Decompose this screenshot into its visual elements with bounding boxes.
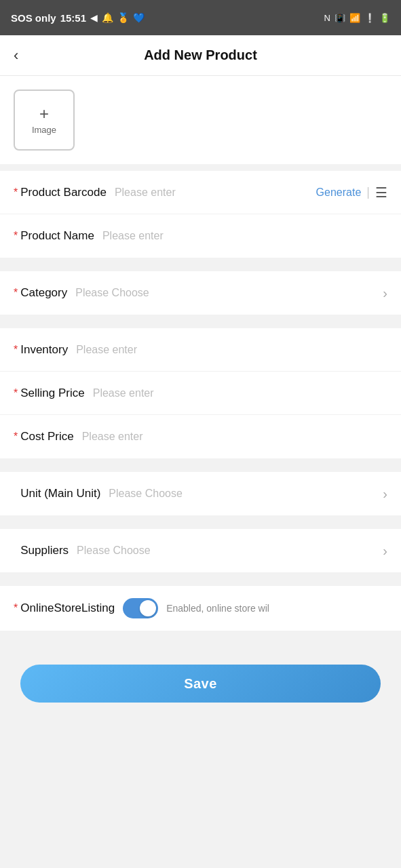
online-store-label: OnlineStoreListing	[20, 601, 115, 615]
cost-price-label: Cost Price	[20, 430, 73, 443]
emoji-icon2: 💙	[133, 12, 145, 23]
gap4	[0, 522, 401, 529]
inventory-label: Inventory	[20, 343, 68, 357]
barcode-label-group: * Product Barcode	[14, 186, 107, 199]
gap5	[0, 579, 401, 586]
image-section: + Image	[0, 76, 401, 164]
inventory-row: * Inventory	[0, 328, 401, 372]
name-label: Product Name	[20, 229, 94, 243]
suppliers-input[interactable]	[69, 545, 383, 557]
barcode-divider: |	[366, 185, 370, 199]
emoji-icon1: 🏅	[117, 12, 129, 23]
cost-price-input[interactable]	[74, 431, 387, 443]
status-time: 15:51	[60, 12, 86, 24]
inventory-input[interactable]	[68, 344, 387, 356]
suppliers-chevron-icon: ›	[383, 543, 387, 559]
barcode-required: *	[14, 186, 18, 199]
gap7	[0, 644, 401, 651]
battery-icon: 🔋	[379, 13, 390, 23]
online-required: *	[14, 602, 18, 614]
selling-price-row: * Selling Price	[0, 372, 401, 415]
nav-icon: ◀	[90, 12, 98, 23]
status-carrier-time: SOS only	[11, 12, 56, 24]
form-section-top: * Product Barcode Generate | ☰ * Product…	[0, 171, 401, 258]
selling-price-required: *	[14, 387, 18, 399]
unit-row[interactable]: * Unit (Main Unit) ›	[0, 472, 401, 515]
gap1	[0, 264, 401, 271]
suppliers-label: Suppliers	[20, 544, 69, 557]
header: ‹ Add New Product	[0, 35, 401, 76]
form-section-unit: * Unit (Main Unit) ›	[0, 472, 401, 515]
gap3	[0, 465, 401, 472]
online-store-row: * OnlineStoreListing Enabled, online sto…	[0, 586, 401, 631]
image-label: Image	[32, 125, 56, 135]
bell-icon: 🔔	[102, 12, 113, 23]
online-store-toggle-text: Enabled, online store wil	[166, 603, 387, 614]
status-right: N 📳 📶 ❕ 🔋	[324, 13, 390, 23]
name-input[interactable]	[94, 230, 387, 242]
cost-price-required: *	[14, 431, 18, 443]
cost-price-row: * Cost Price	[0, 415, 401, 458]
suppliers-row[interactable]: * Suppliers ›	[0, 529, 401, 572]
back-button[interactable]: ‹	[8, 41, 24, 70]
image-upload-button[interactable]: + Image	[14, 90, 75, 151]
product-name-row: * Product Name	[0, 214, 401, 258]
barcode-input[interactable]	[107, 186, 316, 199]
nfc-icon: N	[324, 13, 330, 23]
vibrate-icon: 📳	[335, 13, 345, 23]
form-section-suppliers: * Suppliers ›	[0, 529, 401, 572]
content: + Image * Product Barcode Generate | ☰ *…	[0, 76, 401, 723]
page-title: Add New Product	[144, 47, 257, 63]
category-label: Category	[20, 286, 67, 300]
category-row[interactable]: * Category ›	[0, 271, 401, 315]
category-required: *	[14, 287, 18, 299]
gap6	[0, 637, 401, 644]
status-bar: SOS only 15:51 ◀ 🔔 🏅 💙 N 📳 📶 ❕ 🔋	[0, 0, 401, 35]
category-input[interactable]	[67, 287, 383, 299]
barcode-label: Product Barcode	[20, 186, 107, 199]
form-section-inventory: * Inventory * Selling Price * Cost Price	[0, 328, 401, 458]
wifi-icon: 📶	[349, 13, 360, 23]
plus-icon: +	[39, 106, 49, 122]
status-left: SOS only 15:51 ◀ 🔔 🏅 💙	[11, 12, 145, 24]
unit-input[interactable]	[100, 488, 383, 500]
save-section: Save	[0, 651, 401, 723]
online-store-toggle[interactable]	[123, 598, 158, 618]
form-section-category: * Category ›	[0, 271, 401, 315]
generate-button[interactable]: Generate	[316, 186, 362, 199]
gap2	[0, 321, 401, 328]
barcode-row: * Product Barcode Generate | ☰	[0, 171, 401, 214]
selling-price-label: Selling Price	[20, 387, 85, 400]
unit-label: Unit (Main Unit)	[20, 487, 100, 500]
barcode-scan-icon[interactable]: ☰	[375, 184, 387, 201]
unit-chevron-icon: ›	[383, 486, 387, 502]
name-required: *	[14, 230, 18, 242]
selling-price-input[interactable]	[85, 387, 387, 399]
toggle-slider	[123, 598, 158, 618]
form-section-online: * OnlineStoreListing Enabled, online sto…	[0, 586, 401, 631]
inventory-required: *	[14, 344, 18, 356]
online-label-group: * OnlineStoreListing	[14, 601, 115, 615]
category-chevron-icon: ›	[383, 285, 387, 301]
alert-icon: ❕	[364, 13, 375, 23]
save-button[interactable]: Save	[20, 665, 381, 703]
